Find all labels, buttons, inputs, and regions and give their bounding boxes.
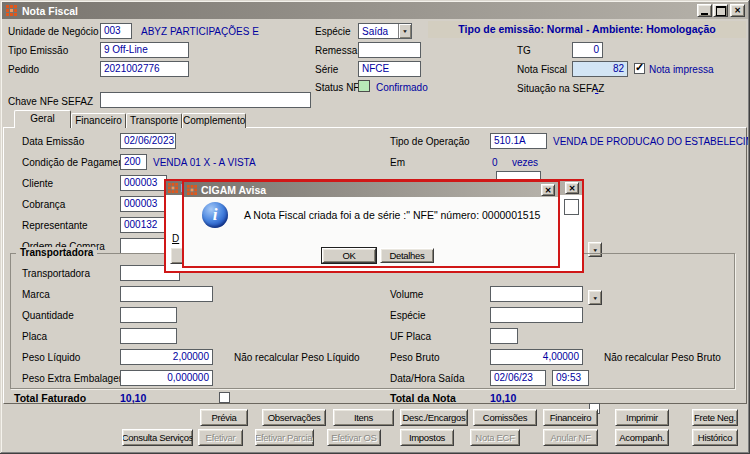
transportadora-group-title: Transportadora: [16, 247, 97, 258]
data-hora-saida-label: Data/Hora Saída: [390, 373, 465, 384]
total-da-nota-label: Total da Nota: [390, 392, 456, 404]
comissoes-button[interactable]: Comissões: [473, 409, 537, 426]
minimize-button[interactable]: [697, 4, 712, 17]
nota-impressa-label: Nota impressa: [649, 64, 713, 75]
volume-label: Volume: [390, 289, 423, 300]
especie-select[interactable]: Saída: [358, 23, 412, 39]
condicao-pagamento-label: Condição de Pagamento: [22, 157, 132, 168]
marca-input[interactable]: [120, 286, 213, 302]
hora-saida-input[interactable]: 09:53: [552, 370, 589, 386]
condicao-pagamento-input[interactable]: 200: [120, 154, 147, 170]
remessa-label: Remessa: [315, 45, 357, 56]
hidden-window-close-icon[interactable]: [565, 182, 579, 194]
tab-complemento[interactable]: Complemento: [182, 113, 246, 128]
frete-neg-button[interactable]: Frete Neg.: [692, 409, 738, 426]
itens-button[interactable]: Itens: [333, 409, 394, 426]
tab-financeiro[interactable]: Financeiro: [71, 113, 126, 128]
tipo-emissao-label: Tipo Emissão: [8, 45, 68, 56]
nota-fiscal-label: Nota Fiscal: [517, 64, 567, 75]
efetivar-button[interactable]: Efetivar: [198, 429, 243, 446]
tipo-operacao-input[interactable]: 510.1A: [490, 133, 547, 149]
especie-label: Espécie: [315, 26, 351, 37]
nota-impressa-checkbox[interactable]: [634, 63, 645, 74]
dialog-message: A Nota Fiscal criada foi a de série :" N…: [244, 209, 554, 221]
cobranca-input[interactable]: 000003: [120, 196, 167, 212]
serie-input[interactable]: NFCE: [358, 61, 421, 77]
close-button[interactable]: [730, 4, 745, 17]
quantidade-label: Quantidade: [22, 310, 74, 321]
transportadora-groupbox: [10, 253, 735, 389]
placa-input[interactable]: [120, 328, 177, 344]
tab-geral[interactable]: Geral: [14, 110, 71, 128]
nao-recalcular-peso-bruto-label: Não recalcular Peso Bruto: [604, 352, 721, 363]
emission-banner: Tipo de emissão: Normal - Ambiente: Homo…: [428, 21, 746, 38]
situacao-sefaz-link[interactable]: -: [595, 83, 598, 94]
acompanh-button[interactable]: Acompanh.: [615, 429, 669, 446]
nao-recalcular-peso-liquido-label: Não recalcular Peso Líquido: [234, 352, 360, 363]
app-icon: [168, 183, 178, 193]
historico-button[interactable]: Histórico: [692, 429, 738, 446]
unidade-negocio-input[interactable]: 003: [100, 23, 132, 39]
tipo-emissao-input[interactable]: 9 Off-Line: [100, 42, 189, 58]
unidade-negocio-label: Unidade de Negócio: [8, 26, 99, 37]
uf-placa-label: UF Placa: [390, 331, 431, 342]
dialog-close-icon[interactable]: [541, 184, 555, 196]
status-nfe-indicator: [358, 80, 370, 92]
nota-fiscal-number: 82: [572, 61, 628, 77]
chevron-down-icon[interactable]: [398, 24, 411, 38]
data-emissao-input[interactable]: 02/06/2023: [120, 133, 176, 149]
placa-label: Placa: [22, 331, 47, 342]
total-faturado-label: Total Faturado: [14, 392, 86, 404]
data-saida-input[interactable]: 02/06/23: [490, 370, 546, 386]
unidade-negocio-name: ABYZ PARTICIPAÇÕES E: [141, 26, 259, 37]
em-value: 0: [492, 157, 498, 168]
consulta-servicos-button[interactable]: Consulta Serviços: [122, 429, 193, 446]
tipo-operacao-label: Tipo de Operação: [390, 136, 470, 147]
cliente-input[interactable]: 000003: [120, 175, 167, 191]
chave-nfe-input[interactable]: [100, 92, 311, 108]
total-faturado-value: 10,10: [120, 392, 146, 404]
em-label: Em: [390, 157, 405, 168]
data-emissao-label: Data Emissão: [22, 136, 84, 147]
efetivar-os-button[interactable]: Efetivar OS: [327, 429, 381, 446]
financeiro-button[interactable]: Financeiro: [543, 409, 598, 426]
condicao-pagamento-name: VENDA 01 X - A VISTA: [153, 157, 256, 168]
desc-encargos-button[interactable]: Desc./Encargos: [400, 409, 468, 426]
nao-recalcular-peso-liquido-checkbox[interactable]: [219, 392, 230, 403]
app-icon: [6, 5, 17, 16]
peso-bruto-input[interactable]: 4,00000: [490, 349, 583, 365]
efetivar-parcial-button[interactable]: Efetivar Parcial: [255, 429, 314, 446]
ok-button[interactable]: OK: [322, 248, 376, 263]
total-da-nota-value: 10,10: [490, 392, 516, 404]
impostos-button[interactable]: Impostos: [400, 429, 454, 446]
previa-button[interactable]: Prévia: [200, 409, 248, 426]
cliente-label: Cliente: [22, 178, 53, 189]
especie-transporte-label: Espécie: [390, 310, 426, 321]
nota-ecf-button[interactable]: Nota ECF: [470, 429, 520, 446]
window-title: Nota Fiscal: [22, 5, 78, 17]
status-nfe-value: Confirmado: [376, 82, 428, 93]
cobranca-label: Cobrança: [22, 199, 65, 210]
imprimir-button[interactable]: Imprimir: [615, 409, 669, 426]
uf-placa-input[interactable]: [490, 328, 518, 344]
tg-input[interactable]: 0: [572, 42, 603, 58]
chave-nfe-label: Chave NFe SEFAZ: [8, 96, 93, 107]
especie-transporte-input[interactable]: [490, 307, 583, 323]
observacoes-button[interactable]: Observações: [262, 409, 326, 426]
anular-nf-button[interactable]: Anular NF: [543, 429, 598, 446]
volume-input[interactable]: [490, 286, 583, 302]
tab-transporte[interactable]: Transporte: [126, 113, 182, 128]
hidden-button-fragment: D: [172, 233, 179, 244]
marca-label: Marca: [22, 289, 50, 300]
transportadora-label: Transportadora: [22, 268, 90, 279]
detalhes-button[interactable]: Detalhes: [380, 248, 434, 263]
representante-input[interactable]: 000132: [120, 217, 167, 233]
pedido-input[interactable]: 2021002776: [100, 61, 189, 77]
peso-extra-input[interactable]: 0,000000: [120, 370, 213, 386]
quantidade-input[interactable]: [120, 307, 177, 323]
maximize-button[interactable]: [713, 4, 728, 17]
peso-liquido-input[interactable]: 2,00000: [120, 349, 213, 365]
window-titlebar: Nota Fiscal: [2, 2, 748, 19]
serie-label: Série: [315, 64, 338, 75]
remessa-input[interactable]: [358, 42, 421, 58]
